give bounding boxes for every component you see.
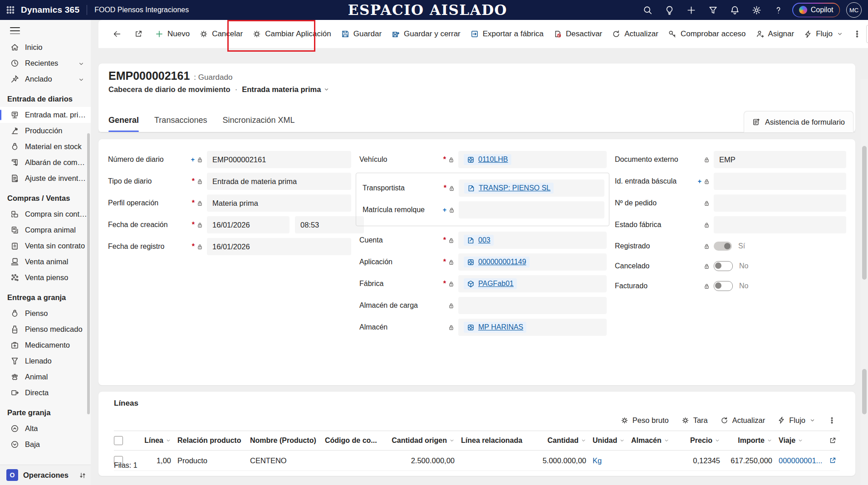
column-header-almacen[interactable]: Almacén [625,436,675,445]
save-and-close-button[interactable]: Guardar y cerrar [387,25,466,43]
flow-lines-button[interactable]: Flujo [774,412,819,428]
sidebar-item-compra-animal[interactable]: Compra animal [0,222,91,238]
deactivate-button[interactable]: Desactivar [549,25,607,43]
id-entrada-bascula-field[interactable] [714,173,846,190]
column-header-linea-relacionada[interactable]: Línea relacionada [455,436,523,445]
tab-sincronizacion-xml[interactable]: Sincronización XML [222,108,294,132]
fabrica-lookup-field[interactable]: PAGFab01 [458,275,607,292]
tab-general[interactable]: General [108,108,139,132]
sidebar-item-venta-sin-contrato[interactable]: Venta sin contrato [0,238,91,254]
tab-transacciones[interactable]: Transacciones [154,108,207,132]
change-application-button[interactable]: Cambiar Aplicación [248,25,336,43]
transportista-lookup-value[interactable]: TRANSP: PIENSO SL [464,183,554,194]
sidebar-item-material-en-stock[interactable]: Material en stock [0,139,91,155]
cuenta-lookup-value[interactable]: 003 [464,235,494,246]
aplicacion-lookup-field[interactable]: 000000001149 [458,253,607,271]
flow-button[interactable]: Flujo [799,25,848,43]
more-lines-commands-button[interactable] [824,412,840,428]
facturado-toggle[interactable] [714,281,733,291]
export-to-factory-button[interactable]: Exportar a fábrica [466,25,549,43]
sidebar-item-animal[interactable]: Animal [0,369,91,385]
search-icon[interactable] [640,2,655,18]
user-avatar[interactable]: MC [846,2,862,18]
column-header-linea[interactable]: Línea [130,436,171,445]
new-button[interactable]: Nuevo [150,25,195,43]
column-header-precio[interactable]: Precio [675,436,720,445]
grid-popout-icon[interactable] [820,437,836,444]
sidebar-item-llenado[interactable]: Llenado [0,353,91,369]
sidebar-item-entrada-mat-prima[interactable]: Entrada mat. prima [0,107,91,123]
scrollbar-thumb[interactable] [862,369,867,414]
column-header-unidad[interactable]: Unidad [586,436,625,445]
main-scrollbar[interactable] [861,79,868,485]
cell-viaje-link[interactable]: 000000001... [772,456,820,465]
open-in-new-window-button[interactable] [129,25,147,43]
area-switcher-operaciones[interactable]: O Operaciones [0,465,91,485]
sidebar-item-venta-animal[interactable]: Venta animal [0,254,91,270]
lightbulb-icon[interactable] [662,2,677,18]
cancelado-toggle[interactable] [714,261,733,271]
column-header-nombre-producto[interactable]: Nombre (Producto) [244,436,319,445]
fabrica-lookup-value[interactable]: PAGFab01 [464,278,517,289]
notifications-bell-icon[interactable] [727,2,742,18]
almacen-lookup-value[interactable]: MP HARINAS [464,322,526,333]
sidebar-item-produccion[interactable]: Producción [0,123,91,139]
help-icon[interactable] [770,2,786,18]
column-header-viaje[interactable]: Viaje [772,436,820,445]
chevron-down-icon[interactable] [78,59,84,68]
app-launcher-waffle-icon[interactable] [0,0,21,20]
perfil-operacion-field[interactable]: Materia prima [207,194,351,212]
documento-externo-field[interactable]: EMP [714,151,846,168]
gross-weight-button[interactable]: Peso bruto [617,412,673,428]
sidebar-item-anclado[interactable]: Anclado [0,71,91,87]
sidebar-item-recientes[interactable]: Recientes [0,55,91,71]
table-row[interactable]: 1,00 Producto CENTENO 2.500.000,00 5.000… [114,451,840,471]
assign-button[interactable]: Asignar [751,25,799,43]
check-access-button[interactable]: Comprobar acceso [663,25,751,43]
numero-de-diario-field[interactable]: EMP000002161 [207,151,351,168]
numero-pedido-field[interactable] [714,194,846,212]
app-name[interactable]: FOOD Piensos Integraciones [94,6,189,14]
vehiculo-lookup-field[interactable]: 0110LHB [458,151,607,168]
matricula-remolque-field[interactable] [459,201,604,218]
tipo-de-diario-field[interactable]: Entrada de materia prima [207,173,351,190]
almacen-de-carga-field[interactable] [458,297,607,314]
select-all-checkbox[interactable] [114,436,123,445]
settings-gear-icon[interactable] [749,2,764,18]
quick-create-plus-icon[interactable] [683,2,699,18]
sidebar-item-medicamento[interactable]: Medicamento [0,337,91,353]
fecha-registro-field[interactable]: 16/01/2026 [207,238,351,255]
sidebar-item-pienso-medicado[interactable]: Pienso medicado [0,321,91,337]
more-commands-button[interactable] [848,25,866,43]
sidebar-item-alta[interactable]: Alta [0,421,91,436]
sidebar-item-directa[interactable]: Directa [0,385,91,401]
back-button[interactable] [108,25,127,43]
scrollbar-thumb[interactable] [862,146,867,280]
column-header-relacion-producto[interactable]: Relación producto [171,436,244,445]
registrado-toggle[interactable] [714,242,732,251]
sidebar-item-pienso[interactable]: Pienso [0,306,91,321]
almacen-lookup-field[interactable]: MP HARINAS [458,319,607,336]
aplicacion-lookup-value[interactable]: 000000001149 [464,257,530,267]
sidebar-item-venta-pienso[interactable]: Venta pienso [0,270,91,286]
column-header-codigo[interactable]: Código de co... [319,436,378,445]
save-button[interactable]: Guardar [336,25,387,43]
row-open-record-icon[interactable] [820,457,836,464]
record-type-switcher[interactable]: Entrada materia prima [242,85,329,94]
dynamics-brand[interactable]: Dynamics 365 [21,5,79,15]
chevron-down-icon[interactable] [78,75,84,83]
filter-icon[interactable] [705,2,721,18]
cancel-button[interactable]: Cancelar [195,25,248,43]
column-header-cantidad[interactable]: Cantidad [523,436,586,445]
transportista-lookup-field[interactable]: TRANSP: PIENSO SL [459,179,604,197]
sidebar-item-baja[interactable]: Baja [0,436,91,452]
share-button[interactable]: Compartir [866,25,868,43]
sidebar-item-albaran-de-compra[interactable]: Albarán de compra [0,155,91,170]
column-header-importe[interactable]: Importe [720,436,772,445]
cuenta-lookup-field[interactable]: 003 [458,232,607,249]
refresh-button[interactable]: Actualizar [607,25,663,43]
fecha-creacion-date-field[interactable]: 16/01/2026 [207,216,289,233]
tare-button[interactable]: Tara [677,412,712,428]
vehiculo-lookup-value[interactable]: 0110LHB [464,154,511,165]
copilot-button[interactable]: Copilot [792,3,840,17]
